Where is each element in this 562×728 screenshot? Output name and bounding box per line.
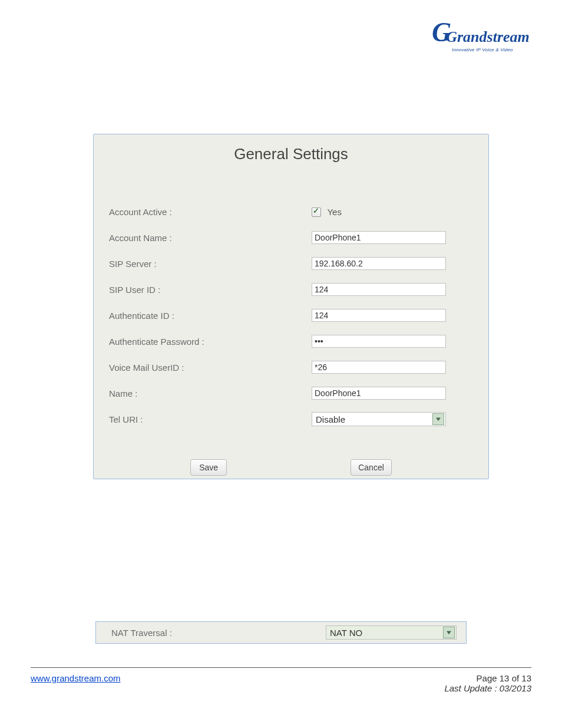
- label-voice-mail: Voice Mail UserID :: [94, 363, 312, 373]
- label-account-name: Account Name :: [94, 233, 312, 243]
- select-nat-traversal-value: NAT NO: [326, 628, 442, 638]
- brand-logo: GGrandstream Innovative IP Voice & Video: [435, 29, 530, 52]
- checkbox-account-active[interactable]: [312, 207, 321, 217]
- brand-tagline: Innovative IP Voice & Video: [435, 47, 530, 52]
- chevron-down-icon: [443, 627, 455, 638]
- select-tel-uri-value: Disable: [312, 414, 431, 424]
- checkbox-account-active-label: Yes: [327, 207, 341, 217]
- input-account-name[interactable]: [312, 231, 446, 244]
- page-footer: www.grandstream.com Page 13 of 13 Last U…: [31, 673, 531, 693]
- label-account-active: Account Active :: [94, 207, 312, 217]
- row-name: Name :: [94, 380, 488, 406]
- footer-page-number: Page 13 of 13: [444, 673, 531, 683]
- chevron-down-icon: [432, 413, 444, 425]
- select-nat-traversal[interactable]: NAT NO: [326, 625, 457, 640]
- input-auth-password[interactable]: [312, 335, 446, 348]
- row-account-name: Account Name :: [94, 225, 488, 251]
- input-voice-mail[interactable]: [312, 361, 446, 374]
- panel-title: General Settings: [94, 145, 488, 163]
- input-sip-user-id[interactable]: [312, 283, 446, 296]
- row-account-active: Account Active : Yes: [94, 199, 488, 225]
- cancel-button[interactable]: Cancel: [351, 459, 392, 476]
- settings-form: Account Active : Yes Account Name : SIP …: [94, 199, 488, 432]
- row-voice-mail: Voice Mail UserID :: [94, 354, 488, 380]
- svg-marker-1: [447, 631, 451, 635]
- label-sip-user-id: SIP User ID :: [94, 285, 312, 295]
- label-auth-id: Authenticate ID :: [94, 311, 312, 321]
- select-tel-uri[interactable]: Disable: [312, 412, 446, 426]
- row-auth-id: Authenticate ID :: [94, 302, 488, 328]
- label-tel-uri: Tel URI :: [94, 414, 312, 424]
- label-auth-password: Authenticate Password :: [94, 337, 312, 347]
- save-button[interactable]: Save: [190, 459, 227, 476]
- svg-marker-0: [436, 418, 441, 421]
- button-bar: Save Cancel: [94, 459, 488, 476]
- label-sip-server: SIP Server :: [94, 259, 312, 269]
- row-auth-password: Authenticate Password :: [94, 328, 488, 354]
- brand-name: Grandstream: [446, 28, 530, 45]
- row-sip-user-id: SIP User ID :: [94, 276, 488, 302]
- footer-last-update: Last Update : 03/2013: [444, 683, 531, 693]
- nat-traversal-strip: NAT Traversal : NAT NO: [95, 621, 467, 644]
- footer-link[interactable]: www.grandstream.com: [31, 673, 121, 693]
- row-tel-uri: Tel URI : Disable: [94, 406, 488, 432]
- input-name[interactable]: [312, 387, 446, 400]
- input-sip-server[interactable]: [312, 257, 446, 270]
- row-sip-server: SIP Server :: [94, 251, 488, 276]
- general-settings-panel: General Settings Account Active : Yes Ac…: [93, 134, 489, 479]
- label-nat-traversal: NAT Traversal :: [96, 628, 326, 638]
- label-name: Name :: [94, 388, 312, 398]
- input-auth-id[interactable]: [312, 309, 446, 322]
- footer-divider: [31, 667, 531, 668]
